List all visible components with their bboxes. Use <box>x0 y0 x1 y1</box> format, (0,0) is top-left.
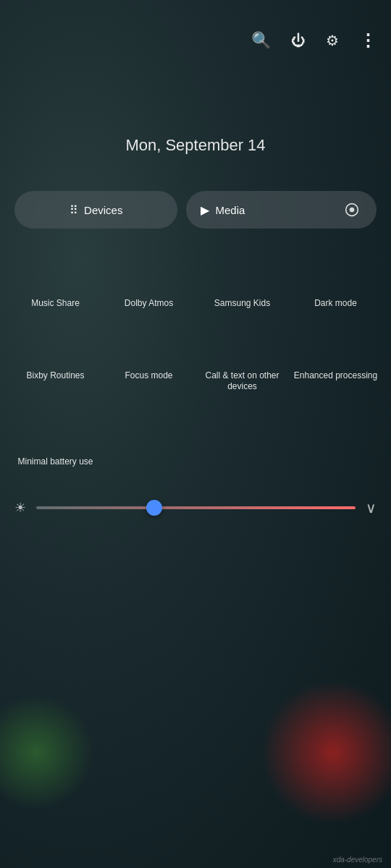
dolby-atmos-label: Dolby Atmos <box>125 298 173 310</box>
clock-date: Mon, September 14 <box>125 136 265 155</box>
call-text-label: Call & text on other devices <box>198 370 286 393</box>
devices-icon: ⠿ <box>70 203 78 217</box>
panel-buttons: ⠿ Devices ▶ Media <box>0 191 391 229</box>
media-label: Media <box>215 204 245 216</box>
brightness-expand-icon[interactable]: ∨ <box>366 499 377 516</box>
media-button[interactable]: ▶ Media <box>186 191 377 229</box>
bixby-routines-label: Bixby Routines <box>26 370 84 382</box>
svg-point-1 <box>350 208 355 213</box>
media-play-icon: ▶ <box>201 203 209 217</box>
settings-button[interactable]: ⚙ <box>326 32 339 49</box>
focus-mode-label: Focus mode <box>125 370 172 382</box>
media-output-icon[interactable] <box>342 200 362 220</box>
search-button[interactable]: 🔍 <box>251 31 271 50</box>
minimal-battery-label: Minimal battery use <box>17 456 93 468</box>
brightness-thumb[interactable] <box>146 500 162 516</box>
brightness-min-icon: ☀ <box>14 500 26 516</box>
power-button[interactable]: ⏻ <box>291 33 306 49</box>
devices-button[interactable]: ⠿ Devices <box>14 191 177 229</box>
more-button[interactable]: ⋮ <box>359 30 377 51</box>
brightness-track[interactable] <box>36 506 356 509</box>
music-share-label: Music Share <box>31 298 80 310</box>
devices-label: Devices <box>84 204 122 216</box>
enhanced-processing-label: Enhanced processing <box>294 370 377 382</box>
samsung-kids-label: Samsung Kids <box>214 298 270 310</box>
watermark: xda-developers <box>333 856 382 864</box>
dark-mode-label: Dark mode <box>314 298 357 310</box>
